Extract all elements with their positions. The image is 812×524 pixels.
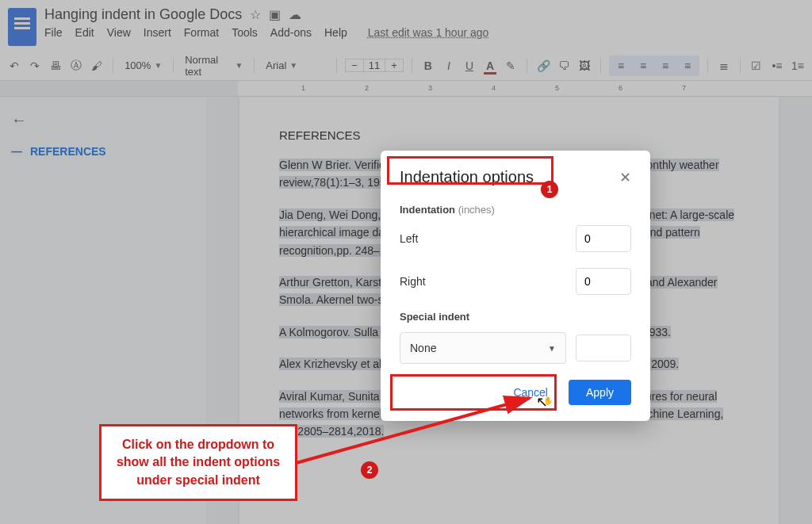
italic-icon[interactable]: I (441, 57, 457, 75)
outline-item-references[interactable]: — REFERENCES (11, 145, 195, 158)
outline-back-icon[interactable]: ← (11, 111, 195, 129)
font-size-decrease[interactable]: − (346, 59, 363, 71)
annotation-box-dropdown (390, 374, 557, 411)
insert-link-icon[interactable]: 🔗 (535, 57, 551, 75)
annotation-badge-2: 2 (361, 461, 378, 479)
menu-format[interactable]: Format (184, 26, 219, 39)
special-indent-value: None (410, 342, 436, 354)
print-icon[interactable]: 🖶 (48, 57, 63, 75)
bold-icon[interactable]: B (420, 57, 436, 75)
cursor-icon: ↖✋ (536, 393, 557, 411)
highlight-icon[interactable]: ✎ (503, 57, 519, 75)
special-indent-dropdown[interactable]: None ▼ (400, 332, 566, 364)
dropdown-arrow-icon: ▼ (548, 344, 556, 353)
menu-addons[interactable]: Add-ons (270, 26, 312, 39)
left-indent-label: Left (400, 232, 418, 245)
doc-heading: REFERENCES (279, 128, 739, 142)
font-size-control[interactable]: − 11 + (345, 59, 404, 72)
paragraph-style-select[interactable]: Normal text▼ (182, 54, 246, 78)
text-color-icon[interactable]: A (482, 57, 498, 75)
toolbar: ↶ ↷ 🖶 Ⓐ 🖌 100%▼ Normal text▼ Arial▼ − 11… (0, 51, 812, 81)
font-size-increase[interactable]: + (385, 59, 403, 71)
cloud-status-icon[interactable]: ☁ (289, 7, 301, 22)
last-edit-link[interactable]: Last edit was 1 hour ago (368, 26, 489, 39)
left-indent-input[interactable] (576, 225, 631, 252)
font-size-value[interactable]: 11 (363, 59, 385, 71)
menu-bar: File Edit View Insert Format Tools Add-o… (44, 26, 488, 39)
undo-icon[interactable]: ↶ (6, 57, 22, 75)
menu-file[interactable]: File (44, 26, 63, 39)
numbered-list-icon[interactable]: 1≡ (790, 57, 806, 75)
menu-help[interactable]: Help (324, 26, 347, 39)
menu-tools[interactable]: Tools (232, 26, 258, 39)
document-title[interactable]: Hanging indent in Google Docs (44, 6, 242, 23)
apply-button[interactable]: Apply (569, 380, 631, 405)
align-justify-icon[interactable]: ≡ (679, 57, 696, 75)
menu-edit[interactable]: Edit (75, 26, 94, 39)
annotation-badge-1: 1 (541, 181, 558, 198)
title-bar: Hanging indent in Google Docs ☆ ▣ ☁ File… (0, 0, 812, 51)
outline-item-label: REFERENCES (30, 145, 106, 158)
align-center-icon[interactable]: ≡ (634, 57, 652, 75)
star-icon[interactable]: ☆ (250, 7, 261, 22)
align-right-icon[interactable]: ≡ (657, 57, 674, 75)
docs-logo-icon[interactable] (8, 8, 36, 46)
indentation-section-label: Indentation (inches) (400, 204, 631, 216)
paint-format-icon[interactable]: 🖌 (89, 57, 105, 75)
special-indent-amount-input[interactable] (576, 335, 631, 361)
menu-insert[interactable]: Insert (144, 26, 171, 39)
spellcheck-icon[interactable]: Ⓐ (68, 57, 84, 75)
annotation-callout: Click on the dropdown to show all the in… (99, 424, 297, 501)
font-family-select[interactable]: Arial▼ (262, 59, 328, 71)
line-spacing-icon[interactable]: ≣ (716, 57, 732, 75)
align-left-icon[interactable]: ≡ (612, 57, 630, 75)
annotation-box-title (387, 156, 553, 185)
right-indent-input[interactable] (576, 268, 631, 295)
bulleted-list-icon[interactable]: •≡ (769, 57, 785, 75)
menu-view[interactable]: View (107, 26, 131, 39)
outline-dash-icon: — (11, 145, 22, 158)
underline-icon[interactable]: U (462, 57, 477, 75)
ruler[interactable]: 1 2 3 4 5 6 7 (0, 81, 812, 97)
checklist-icon[interactable]: ☑ (749, 57, 764, 75)
special-indent-label: Special indent (400, 311, 469, 323)
zoom-select[interactable]: 100%▼ (121, 59, 165, 71)
close-icon[interactable]: ✕ (619, 169, 631, 186)
add-comment-icon[interactable]: 🗨 (556, 57, 572, 75)
insert-image-icon[interactable]: 🖼 (576, 57, 592, 75)
move-icon[interactable]: ▣ (269, 7, 281, 22)
redo-icon[interactable]: ↷ (27, 57, 43, 75)
right-indent-label: Right (400, 275, 426, 288)
